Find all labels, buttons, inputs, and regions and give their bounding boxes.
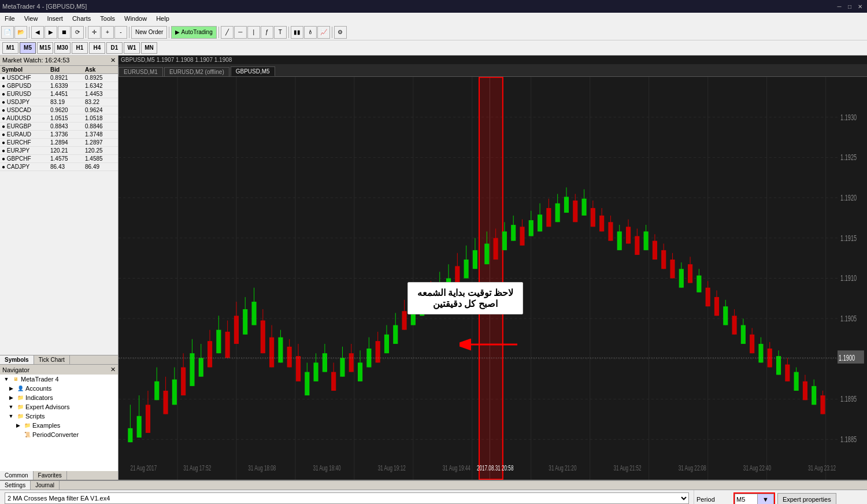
forward-btn[interactable]: ▶ xyxy=(45,26,57,39)
svg-text:31 Aug 23:12: 31 Aug 23:12 xyxy=(808,464,836,472)
mw-row-eurgbp[interactable]: ● EURGBP 0.8843 0.8846 xyxy=(0,123,118,131)
period-m5[interactable]: M5 xyxy=(20,42,36,54)
period-m30[interactable]: M30 xyxy=(54,42,71,54)
hline-btn[interactable]: ─ xyxy=(234,26,247,39)
tab-settings[interactable]: Settings xyxy=(0,481,31,490)
mw-row-gbpusd[interactable]: ● GBPUSD 1.6339 1.6342 xyxy=(0,82,118,90)
mw-row-eurusd[interactable]: ● EURUSD 1.4451 1.4453 xyxy=(0,90,118,98)
autotrading-btn[interactable]: ▶ AutoTrading xyxy=(171,26,216,39)
back-btn[interactable]: ◀ xyxy=(31,26,44,39)
close-btn[interactable]: ✕ xyxy=(855,2,865,10)
period-m15[interactable]: M15 xyxy=(37,42,53,54)
mw-row-euraud[interactable]: ● EURAUD 1.3736 1.3748 xyxy=(0,131,118,139)
refresh-btn[interactable]: ⟳ xyxy=(71,26,84,39)
nav-accounts[interactable]: ▶ 👤 Accounts xyxy=(0,384,118,393)
window-controls[interactable]: ─ □ ✕ xyxy=(835,2,865,10)
menu-tools[interactable]: Tools xyxy=(95,13,120,24)
mw-bid: 1.4451 xyxy=(49,90,83,98)
period-d1[interactable]: D1 xyxy=(106,42,123,54)
new-chart-btn[interactable]: 📄 xyxy=(1,26,14,39)
period-h4[interactable]: H4 xyxy=(89,42,105,54)
mw-row-cadjpy[interactable]: ● CADJPY 86.43 86.49 xyxy=(0,163,118,171)
nav-expert-advisors[interactable]: ▼ 📁 Expert Advisors xyxy=(0,402,118,412)
svg-rect-175 xyxy=(803,381,807,400)
period-mn[interactable]: MN xyxy=(141,42,157,54)
mw-tab-tick[interactable]: Tick Chart xyxy=(34,355,70,364)
open-btn[interactable]: 📂 xyxy=(14,26,27,39)
candle-btn[interactable]: 🕯 xyxy=(304,26,317,39)
strategy-tester-form: 2 MA Crosses Mega filter EA V1.ex4 Symbo… xyxy=(0,490,694,504)
svg-rect-103 xyxy=(484,244,489,265)
sep2 xyxy=(86,27,86,38)
mw-row-usdchf[interactable]: ● USDCHF 0.8921 0.8925 xyxy=(0,74,118,82)
nav-period-converter[interactable]: 📜 PeriodConverter xyxy=(0,430,118,439)
maximize-btn[interactable]: □ xyxy=(845,2,854,10)
mw-row-usdjpy[interactable]: ● USDJPY 83.19 83.22 xyxy=(0,98,118,106)
mw-row-usdcad[interactable]: ● USDCAD 0.9620 0.9624 xyxy=(0,106,118,114)
svg-rect-165 xyxy=(758,344,763,362)
svg-rect-163 xyxy=(750,335,754,353)
svg-rect-129 xyxy=(599,216,604,232)
zoom-in-btn[interactable]: + xyxy=(101,26,114,39)
nav-metatrader4[interactable]: ▼ 🖥 MetaTrader 4 xyxy=(0,375,118,384)
menu-file[interactable]: File xyxy=(0,13,20,24)
menu-window[interactable]: Window xyxy=(120,13,151,24)
period-h1[interactable]: H1 xyxy=(72,42,88,54)
candlestick-chart[interactable]: 1.1930 1.1925 1.1920 1.1915 1.1910 1.190… xyxy=(118,77,867,480)
text-btn[interactable]: T xyxy=(274,26,287,39)
chart-tab-eurusd-m1[interactable]: EURUSD,M1 xyxy=(118,67,163,76)
menu-view[interactable]: View xyxy=(20,13,43,24)
mw-bid: 0.8921 xyxy=(49,74,83,81)
script-icon: 📜 xyxy=(23,431,31,439)
mw-row-gbpchf[interactable]: ● GBPCHF 1.4575 1.4585 xyxy=(0,155,118,163)
mw-symbol: ● CADJPY xyxy=(0,163,49,171)
chart-tab-eurusd-m2[interactable]: EURUSD,M2 (offline) xyxy=(164,67,229,76)
svg-rect-69 xyxy=(331,372,336,391)
nav-examples[interactable]: ▶ 📁 Examples xyxy=(0,421,118,430)
stop-btn[interactable]: ⏹ xyxy=(58,26,71,39)
mw-row-eurjpy[interactable]: ● EURJPY 120.21 120.25 xyxy=(0,147,118,155)
menu-charts[interactable]: Charts xyxy=(68,13,95,24)
nav-indicators[interactable]: ▶ 📁 Indicators xyxy=(0,393,118,402)
template-btn[interactable]: ⚙ xyxy=(334,26,347,39)
nav-scripts[interactable]: ▼ 📁 Scripts xyxy=(0,412,118,421)
svg-text:31 Aug 18:40: 31 Aug 18:40 xyxy=(313,464,340,472)
mw-bid: 1.2894 xyxy=(49,139,83,146)
fibo-btn[interactable]: ƒ xyxy=(261,26,273,39)
minimize-btn[interactable]: ─ xyxy=(835,2,844,10)
col-ask: Ask xyxy=(83,66,118,73)
nav-tab-common[interactable]: Common xyxy=(0,471,34,480)
bar-chart-btn[interactable]: ▮▮ xyxy=(291,26,303,39)
nav-indicators-label: Indicators xyxy=(25,394,53,401)
menu-help[interactable]: Help xyxy=(151,13,174,24)
new-order-btn[interactable]: New Order xyxy=(131,26,167,39)
nav-header: Navigator ✕ xyxy=(0,365,118,375)
market-watch-close[interactable]: ✕ xyxy=(110,57,116,64)
nav-close[interactable]: ✕ xyxy=(110,366,116,373)
zoom-out-btn[interactable]: - xyxy=(114,26,127,39)
mw-ask: 0.8925 xyxy=(83,74,118,81)
mw-ask: 1.4453 xyxy=(83,90,118,98)
market-watch: Market Watch: 16:24:53 ✕ Symbol Bid Ask … xyxy=(0,55,118,364)
mw-row-eurchf[interactable]: ● EURCHF 1.2894 1.2897 xyxy=(0,139,118,147)
svg-text:31 Aug 21:20: 31 Aug 21:20 xyxy=(549,464,576,472)
period-m1[interactable]: M1 xyxy=(2,42,18,54)
sep7 xyxy=(332,27,332,38)
chart-tab-gbpusd-m5[interactable]: GBPUSD,M5 xyxy=(231,66,275,76)
line-btn[interactable]: ╱ xyxy=(221,26,234,39)
menu-insert[interactable]: Insert xyxy=(42,13,68,24)
mw-tab-symbols[interactable]: Symbols xyxy=(0,355,34,364)
tab-journal[interactable]: Journal xyxy=(31,481,60,490)
mw-row-audusd[interactable]: ● AUDUSD 1.0515 1.0518 xyxy=(0,114,118,123)
vline-btn[interactable]: | xyxy=(247,26,260,39)
crosshair-btn[interactable]: ✛ xyxy=(88,26,101,39)
period-dropdown-btn[interactable]: ▼ xyxy=(758,494,774,504)
nav-tab-favorites[interactable]: Favorites xyxy=(34,471,67,480)
period-input[interactable] xyxy=(735,494,758,504)
ea-dropdown[interactable]: 2 MA Crosses Mega filter EA V1.ex4 xyxy=(5,492,689,504)
svg-rect-57 xyxy=(278,338,283,363)
svg-rect-67 xyxy=(323,353,327,372)
expert-properties-btn[interactable]: Expert properties xyxy=(777,493,836,504)
line-chart-btn[interactable]: 📈 xyxy=(317,26,330,39)
period-w1[interactable]: W1 xyxy=(124,42,140,54)
